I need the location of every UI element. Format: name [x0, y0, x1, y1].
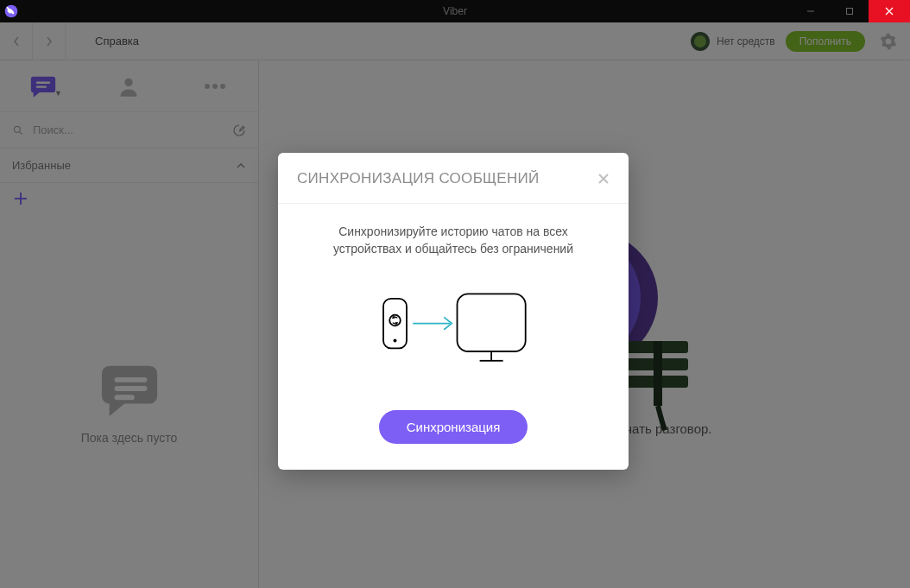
svg-rect-32 [458, 294, 526, 351]
modal-close-button[interactable] [597, 173, 610, 185]
window-controls [791, 0, 910, 22]
minimize-button[interactable] [791, 0, 830, 22]
modal-description: Синхронизируйте историю чатов на всех ус… [304, 223, 603, 258]
window-titlebar: Viber [0, 0, 910, 22]
sync-modal: СИНХРОНИЗАЦИЯ СООБЩЕНИЙ Синхронизируйте … [278, 153, 629, 470]
window-title: Viber [0, 5, 910, 17]
maximize-button[interactable] [830, 0, 869, 22]
svg-point-30 [394, 338, 397, 342]
modal-body: Синхронизируйте историю чатов на всех ус… [278, 204, 629, 470]
sync-button[interactable]: Синхронизация [379, 410, 528, 444]
modal-title: СИНХРОНИЗАЦИЯ СООБЩЕНИЙ [297, 170, 540, 187]
viber-app-icon [0, 0, 22, 22]
sync-illustration [376, 289, 531, 367]
modal-header: СИНХРОНИЗАЦИЯ СООБЩЕНИЙ [278, 153, 629, 204]
close-button[interactable] [869, 0, 910, 22]
close-icon [597, 173, 610, 185]
svg-rect-2 [846, 9, 852, 15]
